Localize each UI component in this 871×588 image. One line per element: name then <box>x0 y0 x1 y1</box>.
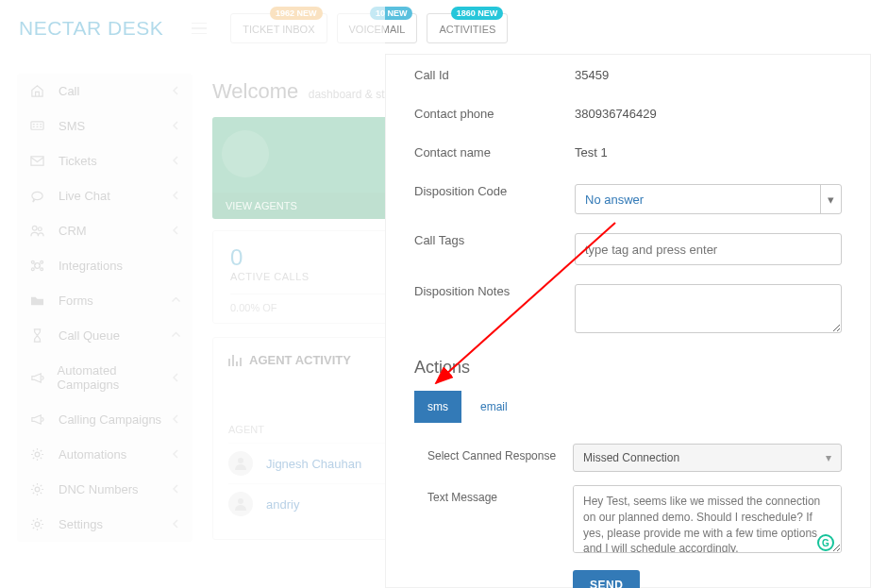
grammarly-icon <box>817 534 834 551</box>
contact-phone-label: Contact phone <box>414 107 575 121</box>
top-button-activities[interactable]: ACTIVITIES1860 NEW <box>427 13 508 43</box>
call-tags-label: Call Tags <box>414 233 575 247</box>
disposition-select[interactable]: No answer ▾ <box>575 184 842 214</box>
overlay-dim <box>0 0 385 588</box>
badge: 1860 NEW <box>451 7 504 20</box>
call-id-value: 35459 <box>575 68 609 82</box>
chevron-down-icon: ▾ <box>826 451 831 464</box>
text-message-label: Text Message <box>427 485 573 504</box>
text-message-textarea[interactable] <box>573 485 842 553</box>
chevron-down-icon: ▾ <box>820 185 841 213</box>
disposition-notes-textarea[interactable] <box>575 284 842 333</box>
tab-sms[interactable]: sms <box>414 391 461 423</box>
actions-title: Actions <box>414 358 842 378</box>
contact-name-label: Contact name <box>414 145 575 160</box>
send-button[interactable]: SEND <box>573 570 640 588</box>
call-tags-input[interactable] <box>575 233 842 265</box>
contact-phone-value: 380936746429 <box>575 107 657 121</box>
canned-response-select[interactable]: Missed Connection ▾ <box>573 444 842 472</box>
canned-response-label: Select Canned Response <box>427 444 573 462</box>
contact-name-value: Test 1 <box>575 145 608 160</box>
disposition-notes-label: Disposition Notes <box>414 284 575 298</box>
call-details-panel: Call Id 35459 Contact phone 380936746429… <box>385 54 871 588</box>
tab-email[interactable]: email <box>475 391 513 423</box>
call-id-label: Call Id <box>414 68 575 82</box>
disposition-label: Disposition Code <box>414 184 575 198</box>
